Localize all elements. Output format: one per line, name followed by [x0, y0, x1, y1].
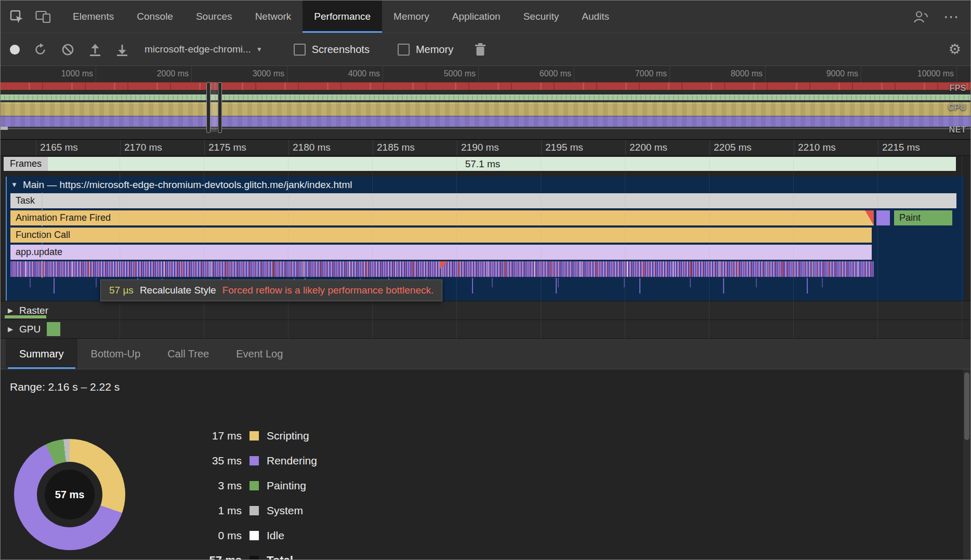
reload-and-record-icon[interactable] [33, 43, 47, 57]
performance-toolbar: microsoft-edge-chromi... ▼ Screenshots M… [1, 33, 970, 66]
memory-checkbox[interactable] [398, 44, 410, 56]
legend-swatch-system [250, 506, 259, 515]
legend-label: System [267, 504, 303, 517]
ruler-tick: 2165 ms [36, 140, 120, 155]
gpu-track-title: GPU [19, 324, 41, 335]
legend-total-value: 57 ms [194, 554, 242, 559]
tab-bottom-up[interactable]: Bottom-Up [77, 339, 154, 369]
legend-total-label: Total [267, 554, 293, 559]
memory-toggle[interactable]: Memory [398, 44, 453, 56]
tab-security[interactable]: Security [512, 1, 571, 33]
donut-hole: 57 ms [37, 462, 102, 527]
tab-event-log[interactable]: Event Log [222, 339, 296, 369]
tooltip-title: Recalculate Style [140, 285, 216, 296]
summary-range: Range: 2.16 s – 2.22 s [10, 381, 120, 393]
tab-performance[interactable]: Performance [303, 1, 382, 33]
cpu-chart [1, 101, 970, 127]
scrollbar-track[interactable] [963, 369, 970, 559]
overview-tick: 9000 ms [766, 66, 861, 82]
settings-gear-icon[interactable]: ⚙ [949, 41, 961, 58]
legend-row-system: 1 ms System [194, 498, 317, 523]
tab-call-tree[interactable]: Call Tree [154, 339, 222, 369]
ruler-tick: 2175 ms [204, 140, 288, 155]
donut-center-label: 57 ms [45, 470, 95, 519]
tab-sources[interactable]: Sources [185, 1, 244, 33]
tab-network[interactable]: Network [244, 1, 303, 33]
save-profile-icon[interactable] [115, 43, 129, 57]
overview-tick: 3000 ms [192, 66, 287, 82]
clear-recordings-icon[interactable] [61, 43, 75, 57]
screenshots-toggle[interactable]: Screenshots [294, 44, 370, 56]
frame-boundary-marker [42, 193, 43, 278]
ruler-tick: 2170 ms [120, 140, 204, 155]
overview-tick: 5000 ms [383, 66, 479, 82]
legend-label: Rendering [267, 455, 317, 467]
overview-tick: 1000 ms [1, 66, 96, 82]
ruler-tick: 2190 ms [457, 140, 541, 155]
fps-label: FPS [949, 84, 966, 93]
record-button[interactable] [10, 45, 20, 55]
collect-garbage-icon[interactable] [474, 43, 487, 57]
load-profile-icon[interactable] [88, 43, 102, 57]
frames-track-label[interactable]: Frames [4, 157, 48, 171]
paint-bar[interactable]: Paint [894, 210, 952, 225]
task-bar[interactable]: Task [10, 193, 956, 208]
profile-dropdown[interactable]: microsoft-edge-chromi... ▼ [145, 44, 263, 55]
net-activity [1, 127, 8, 130]
style-layout-activity[interactable] [7, 261, 964, 278]
scrollbar-thumb[interactable] [964, 372, 969, 440]
summary-panel: Range: 2.16 s – 2.22 s 57 ms 17 ms Scrip… [1, 369, 970, 559]
tab-summary[interactable]: Summary [6, 339, 77, 369]
rendering-bar[interactable] [876, 210, 890, 225]
frame-bar[interactable]: 57.1 ms [9, 157, 956, 171]
tab-console[interactable]: Console [125, 1, 185, 33]
fps-baseline [1, 95, 970, 100]
flamechart-tracks: 57.1 ms Frames ▼ Main — https://microsof… [1, 156, 970, 339]
device-toolbar-icon[interactable] [35, 10, 51, 23]
flamechart-ruler[interactable]: 2165 ms 2170 ms 2175 ms 2180 ms 2185 ms … [1, 140, 970, 156]
main-track-header[interactable]: ▼ Main — https://microsoft-edge-chromium… [7, 177, 964, 193]
function-call-bar[interactable]: Function Call [10, 228, 872, 243]
legend-swatch-scripting [250, 431, 259, 441]
overview-tick: 2000 ms [96, 66, 192, 82]
app-update-bar[interactable]: app.update [10, 245, 872, 260]
screenshots-label: Screenshots [312, 44, 370, 56]
more-options-icon[interactable]: ⋯ [943, 9, 959, 24]
tab-audits[interactable]: Audits [570, 1, 621, 33]
remote-devices-icon[interactable] [912, 9, 929, 24]
chevron-down-icon: ▼ [256, 46, 263, 53]
overview-strips[interactable]: FPS CPU NET [1, 82, 970, 139]
legend-swatch-painting [250, 481, 259, 490]
selection-handle-right[interactable] [218, 82, 222, 133]
gpu-track-header[interactable]: ▶ GPU [1, 319, 970, 339]
expand-triangle-icon: ▶ [8, 306, 13, 314]
legend-label: Painting [267, 479, 306, 492]
overview-tick: 10000 ms [861, 66, 957, 82]
tab-memory[interactable]: Memory [382, 1, 441, 33]
long-task-warning-icon [865, 210, 874, 225]
selection-window[interactable] [211, 82, 217, 132]
tab-application[interactable]: Application [441, 1, 512, 33]
profile-dropdown-label: microsoft-edge-chromi... [145, 44, 251, 55]
net-label: NET [949, 125, 967, 135]
overview-tick: 7000 ms [574, 66, 670, 82]
timeline-overview[interactable]: 1000 ms 2000 ms 3000 ms 4000 ms 5000 ms … [1, 66, 970, 140]
legend-value: 0 ms [194, 529, 242, 542]
selection-handle-left[interactable] [206, 82, 211, 133]
cpu-label: CPU [948, 103, 966, 112]
overview-tick: 8000 ms [670, 66, 766, 82]
expand-triangle-icon: ▶ [8, 325, 13, 333]
screenshots-checkbox[interactable] [294, 44, 306, 56]
devtools-window: Elements Console Sources Network Perform… [0, 0, 971, 560]
gpu-activity-bar [47, 322, 60, 336]
tab-elements[interactable]: Elements [61, 1, 125, 33]
raster-track-header[interactable]: ▶ Raster [1, 301, 970, 319]
legend-value: 3 ms [194, 479, 242, 492]
legend-row-total: 57 ms Total [194, 548, 317, 559]
animation-frame-fired-bar[interactable]: Animation Frame Fired [10, 210, 874, 225]
overview-tick: 4000 ms [287, 66, 383, 82]
frames-track[interactable]: 57.1 ms Frames [1, 156, 970, 172]
inspect-element-icon[interactable] [10, 10, 24, 24]
ruler-tick: 2195 ms [541, 140, 625, 155]
ruler-tick: 2180 ms [288, 140, 373, 155]
